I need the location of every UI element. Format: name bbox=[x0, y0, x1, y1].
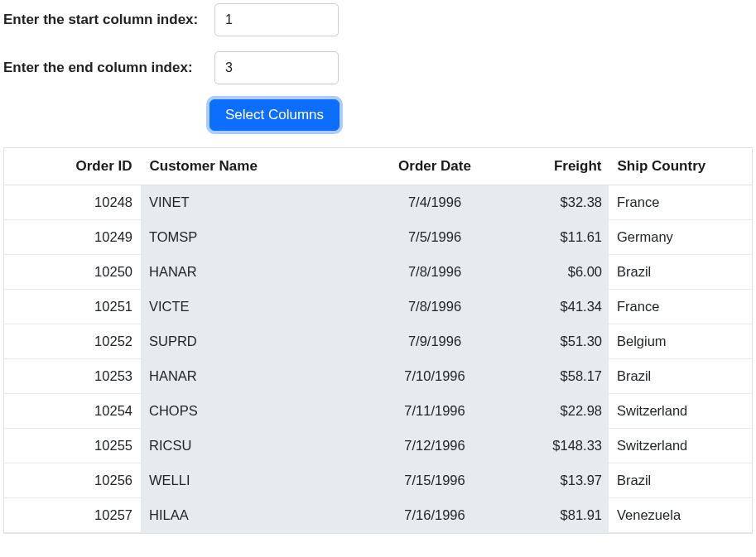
table-row[interactable]: 10249TOMSP7/5/1996$11.61Germany bbox=[4, 220, 752, 255]
cell-freight: $58.17 bbox=[505, 359, 609, 394]
cell-orderId: 10257 bbox=[4, 498, 141, 533]
end-index-row: Enter the end column index: bbox=[3, 51, 753, 84]
table-row[interactable]: 10253HANAR7/10/1996$58.17Brazil bbox=[4, 359, 752, 394]
table-row[interactable]: 10252SUPRD7/9/1996$51.30Belgium bbox=[4, 324, 752, 359]
cell-orderId: 10251 bbox=[4, 290, 141, 324]
cell-freight: $22.98 bbox=[505, 394, 609, 429]
grid-scroll-area[interactable]: 10248VINET7/4/1996$32.38France10249TOMSP… bbox=[4, 185, 752, 533]
cell-country: Brazil bbox=[609, 255, 752, 290]
cell-date: 7/8/1996 bbox=[364, 255, 505, 290]
cell-orderId: 10253 bbox=[4, 359, 141, 394]
table-row[interactable]: 10251VICTE7/8/1996$41.34France bbox=[4, 290, 752, 324]
cell-orderId: 10249 bbox=[4, 220, 141, 255]
cell-freight: $6.00 bbox=[505, 255, 609, 290]
cell-country: France bbox=[609, 290, 752, 324]
cell-customer: WELLI bbox=[141, 463, 364, 498]
cell-customer: TOMSP bbox=[141, 220, 364, 255]
data-grid: Order IDCustomer NameOrder DateFreightSh… bbox=[3, 147, 753, 534]
cell-date: 7/12/1996 bbox=[364, 429, 505, 463]
cell-orderId: 10255 bbox=[4, 429, 141, 463]
cell-date: 7/4/1996 bbox=[364, 185, 505, 220]
table-row[interactable]: 10257HILAA7/16/1996$81.91Venezuela bbox=[4, 498, 752, 533]
cell-date: 7/9/1996 bbox=[364, 324, 505, 359]
column-header-date[interactable]: Order Date bbox=[364, 148, 505, 185]
cell-country: Switzerland bbox=[609, 429, 752, 463]
table-row[interactable]: 10250HANAR7/8/1996$6.00Brazil bbox=[4, 255, 752, 290]
end-index-label: Enter the end column index: bbox=[3, 60, 214, 76]
start-index-input[interactable] bbox=[214, 3, 339, 36]
cell-country: France bbox=[609, 185, 752, 220]
column-header-orderId[interactable]: Order ID bbox=[4, 148, 141, 185]
cell-country: Venezuela bbox=[609, 498, 752, 533]
cell-freight: $41.34 bbox=[505, 290, 609, 324]
cell-date: 7/16/1996 bbox=[364, 498, 505, 533]
cell-freight: $11.61 bbox=[505, 220, 609, 255]
cell-date: 7/5/1996 bbox=[364, 220, 505, 255]
cell-orderId: 10256 bbox=[4, 463, 141, 498]
button-row: Select Columns bbox=[209, 99, 753, 131]
cell-customer: HANAR bbox=[141, 255, 364, 290]
cell-customer: CHOPS bbox=[141, 394, 364, 429]
cell-customer: HILAA bbox=[141, 498, 364, 533]
column-header-customer[interactable]: Customer Name bbox=[141, 148, 364, 185]
cell-customer: HANAR bbox=[141, 359, 364, 394]
cell-freight: $51.30 bbox=[505, 324, 609, 359]
cell-orderId: 10252 bbox=[4, 324, 141, 359]
cell-orderId: 10250 bbox=[4, 255, 141, 290]
cell-country: Brazil bbox=[609, 359, 752, 394]
select-columns-button[interactable]: Select Columns bbox=[209, 99, 339, 131]
cell-customer: SUPRD bbox=[141, 324, 364, 359]
cell-date: 7/10/1996 bbox=[364, 359, 505, 394]
cell-country: Switzerland bbox=[609, 394, 752, 429]
table-row[interactable]: 10254CHOPS7/11/1996$22.98Switzerland bbox=[4, 394, 752, 429]
start-index-label: Enter the start column index: bbox=[3, 12, 214, 28]
cell-freight: $32.38 bbox=[505, 185, 609, 220]
start-index-row: Enter the start column index: bbox=[3, 3, 753, 36]
cell-customer: RICSU bbox=[141, 429, 364, 463]
cell-orderId: 10254 bbox=[4, 394, 141, 429]
cell-freight: $13.97 bbox=[505, 463, 609, 498]
column-header-country[interactable]: Ship Country bbox=[609, 148, 739, 185]
cell-country: Brazil bbox=[609, 463, 752, 498]
cell-country: Belgium bbox=[609, 324, 752, 359]
table-row[interactable]: 10248VINET7/4/1996$32.38France bbox=[4, 185, 752, 220]
table-row[interactable]: 10255RICSU7/12/1996$148.33Switzerland bbox=[4, 429, 752, 463]
cell-date: 7/15/1996 bbox=[364, 463, 505, 498]
table-row[interactable]: 10256WELLI7/15/1996$13.97Brazil bbox=[4, 463, 752, 498]
cell-date: 7/11/1996 bbox=[364, 394, 505, 429]
column-header-freight[interactable]: Freight bbox=[505, 148, 609, 185]
cell-country: Germany bbox=[609, 220, 752, 255]
cell-freight: $148.33 bbox=[505, 429, 609, 463]
grid-header: Order IDCustomer NameOrder DateFreightSh… bbox=[4, 148, 752, 185]
cell-orderId: 10248 bbox=[4, 185, 141, 220]
cell-customer: VINET bbox=[141, 185, 364, 220]
controls-panel: Enter the start column index: Enter the … bbox=[3, 3, 753, 131]
cell-freight: $81.91 bbox=[505, 498, 609, 533]
cell-customer: VICTE bbox=[141, 290, 364, 324]
cell-date: 7/8/1996 bbox=[364, 290, 505, 324]
end-index-input[interactable] bbox=[214, 51, 339, 84]
